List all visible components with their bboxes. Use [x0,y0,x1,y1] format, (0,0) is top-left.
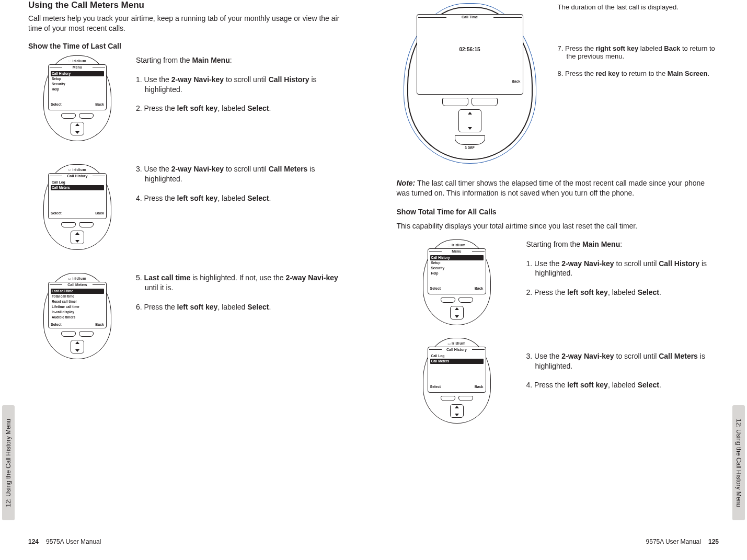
phone-call-history: iridium Call History Call Log Call Meter… [423,338,491,424]
step-8: 8. Press the red key to return to the Ma… [567,70,719,77]
right-soft-key[interactable] [472,98,498,106]
page-footer-right: 9575A User Manual125 [646,538,719,545]
step-4: 4. Press the left soft key, labeled Sele… [145,193,351,203]
callout-duration: The duration of the last call is display… [558,3,719,11]
navi-key[interactable] [450,306,464,319]
step-intro: Starting from the Main Menu: [535,239,719,249]
nav-up-icon [468,112,472,115]
phone-brand: iridium [428,243,486,247]
phone-brand: iridium [48,59,107,63]
red-key[interactable] [455,135,485,145]
phone-screen: Call History Call Log Call Meters Select… [48,173,107,219]
step-5: 5. Last call time is highlighted. If not… [145,273,351,293]
screen-title: Menu [452,249,461,253]
step-6: 6. Press the left soft key, labeled Sele… [145,302,351,312]
section-intro: Call meters help you track your airtime,… [28,14,351,33]
chapter-tab-right: 12: Using the Call History Menu [732,405,745,520]
left-soft-key[interactable] [441,396,455,401]
navi-key[interactable] [450,404,464,418]
navi-key[interactable] [458,109,481,132]
menu-row: Security [430,266,484,271]
nav-up-icon [75,341,79,344]
right-soft-key[interactable] [79,113,94,119]
screen-title: Call History [67,174,88,178]
menu-row: Total call time [51,294,104,299]
nav-down-icon [75,240,79,243]
phone-menu: iridium Menu ↑ Call History Setup Securi… [43,55,111,141]
menu-row: Call Meters [51,185,104,190]
soft-left-label: Select [51,102,62,106]
subsection-total-time: Show Total Time for All Calls [397,208,719,216]
chapter-tab-left: 12: Using the Call History Menu [2,405,15,520]
navi-key[interactable] [71,340,84,353]
soft-right-label: Back [475,287,484,290]
nav-down-icon [455,414,459,416]
nav-down-icon [455,315,459,318]
menu-row: Help [430,271,484,276]
left-soft-key[interactable] [61,332,76,337]
step-3: 3. Use the 2-way Navi-key to scroll unti… [145,164,351,184]
right-soft-key[interactable] [79,222,94,227]
menu-row: Lifetime call time [51,304,104,310]
phone-screen: Menu ↑ Call History Setup Security Help … [48,64,107,110]
menu-row: Setup [430,260,484,266]
menu-row: Audible timers [51,315,104,320]
scroll-up-icon: ↑ [102,72,104,76]
nav-up-icon [75,123,79,126]
menu-row: Setup [51,76,104,82]
soft-left-label: Select [51,323,62,326]
page-number: 124 [28,538,39,545]
screen-title: Call Meters [67,283,87,287]
step-2: 2. Press the left soft key, labeled Sele… [535,288,719,298]
navi-key[interactable] [71,231,84,244]
menu-row: Call Log [51,180,104,185]
phone-screen: Call Meters Last call time Total call ti… [48,282,107,328]
phone-call-time: Call Time 02:56:15 Back 3 DEF [407,7,533,160]
soft-right-label: Back [95,211,104,215]
step-4: 4. Press the left soft key, labeled Sele… [535,380,719,390]
manual-name: 9575A User Manual [646,538,701,545]
menu-row: Security [51,82,104,87]
nav-up-icon [75,232,79,235]
note-block: Note: The last call timer shows the elap… [397,178,719,198]
subsection-last-call: Show the Time of Last Call [28,42,351,50]
navi-key[interactable] [71,122,84,135]
soft-left-label: Select [51,211,62,215]
soft-right-label: Back [95,323,104,326]
step-1: 1. Use the 2-way Navi-key to scroll unti… [535,259,719,279]
subsection-total-intro: This capability displays your total airt… [397,221,719,231]
left-soft-key[interactable] [442,98,468,106]
manual-name: 9575A User Manual [46,538,101,545]
phone-menu: iridium Menu ↑ Call History Setup Securi… [423,239,491,325]
left-soft-key[interactable] [61,222,76,227]
phone-brand: iridium [48,277,107,280]
left-soft-key[interactable] [441,298,455,303]
step-1: 1. Use the 2-way Navi-key to scroll unti… [145,75,351,95]
screen-title: Call Time [462,15,478,19]
note-label: Note: [397,179,416,187]
menu-row: Reset call timer [51,299,104,304]
step-intro: Starting from the Main Menu: [145,55,351,65]
section-title: Using the Call Meters Menu [28,0,351,10]
soft-right-label: Back [95,102,104,106]
nav-down-icon [468,127,472,130]
right-soft-key[interactable] [458,298,473,303]
phone-call-meters: iridium Call Meters Last call time Total… [43,273,111,359]
soft-right-label: Back [512,79,521,83]
menu-row: Help [51,87,104,92]
phone-brand: iridium [48,168,107,172]
phone-call-history: iridium Call History Call Log Call Meter… [43,164,111,250]
right-soft-key[interactable] [458,396,473,401]
right-soft-key[interactable] [79,332,94,337]
page-footer-left: 1249575A User Manual [28,538,101,545]
step-2: 2. Press the left soft key, labeled Sele… [145,104,351,113]
soft-left-label: Select [430,287,441,290]
left-soft-key[interactable] [61,113,76,119]
note-body: The last call timer shows the elapsed ti… [397,179,705,197]
call-time-value: 02:56:15 [459,47,480,52]
soft-right-label: Back [475,385,484,388]
soft-left-label: Select [430,385,441,388]
menu-row: Call History [51,71,104,76]
phone-screen: Call Time 02:56:15 Back [417,14,523,95]
step-7: 7. Press the right soft key labeled Back… [567,44,719,60]
